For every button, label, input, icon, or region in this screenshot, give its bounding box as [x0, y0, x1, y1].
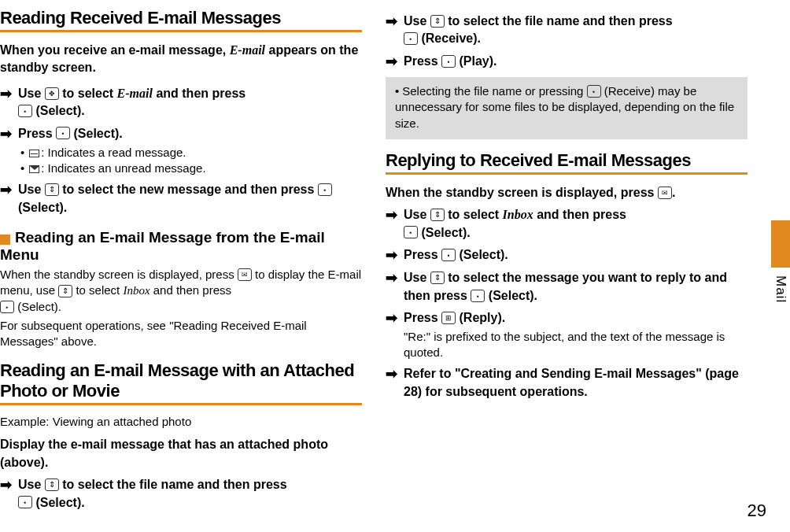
center-key-icon: [56, 127, 70, 139]
page-content: Reading Received E-mail Messages When yo…: [0, 8, 759, 513]
heading-attached: Reading an E-mail Message with an Attach…: [0, 360, 362, 405]
side-tab-marker: [771, 220, 790, 268]
updown-key-icon: [45, 183, 59, 196]
nav-key-icon: [45, 87, 59, 100]
example-text: Example: Viewing an attached photo: [0, 415, 362, 428]
updown-key-icon: [45, 478, 59, 491]
arrow-icon: ➡: [386, 309, 397, 327]
reply-step-2: ➡ Press (Select).: [386, 246, 748, 264]
display-instruction: Display the e-mail message that has an a…: [0, 436, 362, 471]
menu-paragraph: When the standby screen is displayed, pr…: [0, 267, 362, 315]
step-3: ➡ Use to select the new message and then…: [0, 181, 362, 216]
step-2: ➡ Press (Select).: [0, 125, 362, 143]
updown-key-icon: [58, 285, 72, 297]
read-message-icon: [29, 150, 39, 157]
bullet-icon: •: [395, 84, 399, 98]
left-column: Reading Received E-mail Messages When yo…: [0, 8, 362, 513]
arrow-icon: ➡: [0, 125, 12, 143]
message-icon-legend: : Indicates a read message. : Indicates …: [20, 145, 362, 177]
arrow-icon: ➡: [386, 365, 397, 383]
heading-reading-received: Reading Received E-mail Messages: [0, 8, 362, 32]
step-1: ➡ Use to select E-mail and then press (S…: [0, 85, 362, 120]
side-section-label: Mail: [773, 275, 788, 303]
mail-key-icon: [658, 187, 672, 199]
updown-key-icon: [430, 209, 445, 221]
updown-key-icon: [430, 15, 445, 28]
step-attach-1: ➡ Use to select the file name and then p…: [0, 476, 362, 512]
section-marker-icon: [0, 235, 10, 245]
center-key-icon: [587, 85, 601, 98]
page-number: 29: [748, 501, 766, 521]
center-key-icon: [404, 226, 418, 238]
mail-key-icon: [238, 268, 252, 281]
arrow-icon: ➡: [386, 246, 397, 264]
app-key-icon: [441, 312, 456, 324]
reply-intro: When the standby screen is displayed, pr…: [386, 184, 748, 201]
heading-email-menu: Reading an E-mail Message from the E-mai…: [0, 229, 325, 263]
reply-step-4: ➡ Press (Reply). "Re:" is prefixed to th…: [386, 309, 748, 360]
reply-step-1: ➡ Use to select Inbox and then press (Se…: [386, 206, 748, 242]
arrow-icon: ➡: [386, 269, 397, 287]
center-key-icon: [318, 183, 332, 196]
arrow-icon: ➡: [386, 206, 397, 224]
right-column: ➡ Use to select the file name and then p…: [386, 8, 748, 513]
heading-replying: Replying to Received E-mail Messages: [386, 150, 748, 175]
intro-paragraph: When you receive an e-mail message, E-ma…: [0, 42, 362, 77]
reply-refer: Refer to "Creating and Sending E-mail Me…: [404, 365, 748, 401]
menu-followup: For subsequent operations, see "Reading …: [0, 318, 362, 350]
center-key-icon: [18, 496, 32, 508]
arrow-icon: ➡: [386, 13, 397, 31]
center-key-icon: [471, 290, 485, 302]
unread-message-icon: [29, 165, 39, 173]
reply-subtext: "Re:" is prefixed to the subject, and th…: [404, 329, 748, 361]
center-key-icon: [0, 301, 14, 313]
arrow-icon: ➡: [0, 85, 12, 103]
step-attach-2: ➡ Use to select the file name and then p…: [386, 13, 748, 48]
reply-step-3: ➡ Use to select the message you want to …: [386, 269, 748, 305]
reply-step-5: ➡ Refer to "Creating and Sending E-mail …: [386, 365, 748, 401]
updown-key-icon: [430, 272, 445, 284]
center-key-icon: [404, 32, 418, 45]
arrow-icon: ➡: [386, 53, 397, 71]
center-key-icon: [441, 249, 456, 261]
center-key-icon: [18, 105, 32, 117]
step-attach-3: ➡ Press (Play).: [386, 53, 748, 71]
center-key-icon: [441, 55, 456, 68]
arrow-icon: ➡: [0, 181, 12, 199]
note-box: •Selecting the file name or pressing (Re…: [386, 77, 748, 139]
arrow-icon: ➡: [0, 476, 12, 494]
